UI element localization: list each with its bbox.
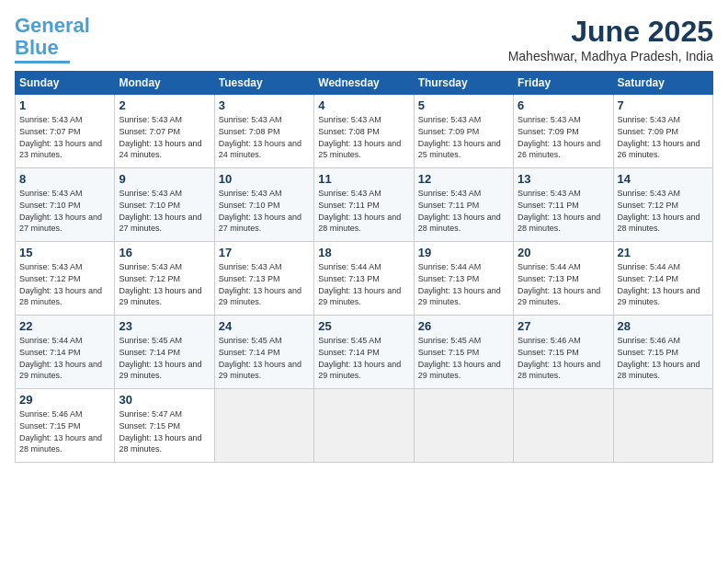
day-info: Sunrise: 5:47 AM Sunset: 7:15 PM Dayligh… bbox=[119, 409, 201, 454]
location-subtitle: Maheshwar, Madhya Pradesh, India bbox=[508, 49, 713, 63]
calendar-cell bbox=[613, 389, 712, 463]
header-thursday: Thursday bbox=[414, 72, 513, 95]
day-info: Sunrise: 5:43 AM Sunset: 7:11 PM Dayligh… bbox=[418, 189, 501, 233]
day-info: Sunrise: 5:46 AM Sunset: 7:15 PM Dayligh… bbox=[19, 409, 102, 454]
day-info: Sunrise: 5:44 AM Sunset: 7:13 PM Dayligh… bbox=[318, 262, 401, 306]
week-row-4: 22 Sunrise: 5:44 AM Sunset: 7:14 PM Dayl… bbox=[16, 316, 713, 389]
logo: General Blue bbox=[15, 15, 90, 63]
day-number: 28 bbox=[618, 319, 709, 333]
calendar-cell: 8 Sunrise: 5:43 AM Sunset: 7:10 PM Dayli… bbox=[16, 168, 115, 242]
calendar-cell: 28 Sunrise: 5:46 AM Sunset: 7:15 PM Dayl… bbox=[613, 316, 712, 389]
day-info: Sunrise: 5:43 AM Sunset: 7:08 PM Dayligh… bbox=[219, 115, 301, 159]
day-info: Sunrise: 5:45 AM Sunset: 7:15 PM Dayligh… bbox=[418, 336, 501, 380]
day-number: 27 bbox=[518, 319, 609, 333]
calendar-cell: 3 Sunrise: 5:43 AM Sunset: 7:08 PM Dayli… bbox=[214, 95, 313, 168]
day-number: 6 bbox=[518, 98, 609, 112]
day-number: 2 bbox=[119, 98, 210, 112]
day-info: Sunrise: 5:43 AM Sunset: 7:12 PM Dayligh… bbox=[19, 262, 102, 306]
day-number: 16 bbox=[119, 246, 210, 259]
day-number: 4 bbox=[318, 98, 409, 112]
calendar-cell bbox=[514, 389, 613, 463]
day-number: 23 bbox=[119, 319, 210, 333]
logo-underline bbox=[15, 61, 70, 63]
calendar-cell: 20 Sunrise: 5:44 AM Sunset: 7:13 PM Dayl… bbox=[514, 242, 613, 316]
calendar-cell: 26 Sunrise: 5:45 AM Sunset: 7:15 PM Dayl… bbox=[414, 316, 513, 389]
calendar-cell: 23 Sunrise: 5:45 AM Sunset: 7:14 PM Dayl… bbox=[115, 316, 214, 389]
calendar-cell: 29 Sunrise: 5:46 AM Sunset: 7:15 PM Dayl… bbox=[16, 389, 115, 463]
day-number: 13 bbox=[518, 172, 609, 186]
day-info: Sunrise: 5:43 AM Sunset: 7:11 PM Dayligh… bbox=[518, 189, 600, 233]
day-info: Sunrise: 5:43 AM Sunset: 7:12 PM Dayligh… bbox=[119, 262, 201, 306]
header-monday: Monday bbox=[115, 72, 214, 95]
calendar-cell: 4 Sunrise: 5:43 AM Sunset: 7:08 PM Dayli… bbox=[314, 95, 414, 168]
calendar-cell: 10 Sunrise: 5:43 AM Sunset: 7:10 PM Dayl… bbox=[214, 168, 313, 242]
day-number: 21 bbox=[618, 246, 709, 259]
calendar-cell bbox=[314, 389, 414, 463]
day-info: Sunrise: 5:43 AM Sunset: 7:11 PM Dayligh… bbox=[318, 189, 401, 233]
week-row-5: 29 Sunrise: 5:46 AM Sunset: 7:15 PM Dayl… bbox=[16, 389, 713, 463]
calendar-cell: 17 Sunrise: 5:43 AM Sunset: 7:13 PM Dayl… bbox=[214, 242, 313, 316]
calendar-cell: 14 Sunrise: 5:43 AM Sunset: 7:12 PM Dayl… bbox=[613, 168, 712, 242]
logo-general: General bbox=[15, 14, 90, 37]
day-number: 7 bbox=[618, 98, 709, 112]
day-number: 1 bbox=[19, 98, 110, 112]
day-number: 15 bbox=[19, 246, 110, 259]
calendar-cell: 9 Sunrise: 5:43 AM Sunset: 7:10 PM Dayli… bbox=[115, 168, 214, 242]
day-number: 9 bbox=[119, 172, 210, 186]
day-number: 10 bbox=[219, 172, 310, 186]
day-info: Sunrise: 5:43 AM Sunset: 7:12 PM Dayligh… bbox=[618, 189, 700, 233]
day-number: 12 bbox=[418, 172, 509, 186]
calendar-cell: 25 Sunrise: 5:45 AM Sunset: 7:14 PM Dayl… bbox=[314, 316, 414, 389]
day-info: Sunrise: 5:46 AM Sunset: 7:15 PM Dayligh… bbox=[518, 336, 600, 380]
day-number: 22 bbox=[19, 319, 110, 333]
calendar-cell: 21 Sunrise: 5:44 AM Sunset: 7:14 PM Dayl… bbox=[613, 242, 712, 316]
day-info: Sunrise: 5:44 AM Sunset: 7:13 PM Dayligh… bbox=[518, 262, 600, 306]
day-info: Sunrise: 5:43 AM Sunset: 7:09 PM Dayligh… bbox=[418, 115, 501, 159]
day-number: 8 bbox=[19, 172, 110, 186]
calendar-cell: 16 Sunrise: 5:43 AM Sunset: 7:12 PM Dayl… bbox=[115, 242, 214, 316]
calendar-cell: 12 Sunrise: 5:43 AM Sunset: 7:11 PM Dayl… bbox=[414, 168, 513, 242]
day-info: Sunrise: 5:45 AM Sunset: 7:14 PM Dayligh… bbox=[119, 336, 201, 380]
week-row-3: 15 Sunrise: 5:43 AM Sunset: 7:12 PM Dayl… bbox=[16, 242, 713, 316]
calendar-cell: 1 Sunrise: 5:43 AM Sunset: 7:07 PM Dayli… bbox=[16, 95, 115, 168]
calendar-table: SundayMondayTuesdayWednesdayThursdayFrid… bbox=[15, 71, 713, 463]
day-info: Sunrise: 5:45 AM Sunset: 7:14 PM Dayligh… bbox=[219, 336, 301, 380]
day-number: 26 bbox=[418, 319, 509, 333]
day-number: 3 bbox=[219, 98, 310, 112]
month-title: June 2025 bbox=[508, 15, 713, 49]
calendar-cell: 7 Sunrise: 5:43 AM Sunset: 7:09 PM Dayli… bbox=[613, 95, 712, 168]
header-tuesday: Tuesday bbox=[214, 72, 313, 95]
day-number: 18 bbox=[318, 246, 409, 259]
calendar-cell: 18 Sunrise: 5:44 AM Sunset: 7:13 PM Dayl… bbox=[314, 242, 414, 316]
header-friday: Friday bbox=[514, 72, 613, 95]
page-header: General Blue June 2025 Maheshwar, Madhya… bbox=[15, 15, 713, 63]
day-number: 25 bbox=[318, 319, 409, 333]
calendar-cell: 19 Sunrise: 5:44 AM Sunset: 7:13 PM Dayl… bbox=[414, 242, 513, 316]
day-number: 11 bbox=[318, 172, 409, 186]
day-number: 24 bbox=[219, 319, 310, 333]
calendar-cell: 2 Sunrise: 5:43 AM Sunset: 7:07 PM Dayli… bbox=[115, 95, 214, 168]
day-info: Sunrise: 5:43 AM Sunset: 7:10 PM Dayligh… bbox=[119, 189, 201, 233]
day-info: Sunrise: 5:43 AM Sunset: 7:10 PM Dayligh… bbox=[19, 189, 102, 233]
calendar-cell: 22 Sunrise: 5:44 AM Sunset: 7:14 PM Dayl… bbox=[16, 316, 115, 389]
day-number: 29 bbox=[19, 393, 110, 407]
calendar-header-row: SundayMondayTuesdayWednesdayThursdayFrid… bbox=[16, 72, 713, 95]
calendar-cell bbox=[214, 389, 313, 463]
week-row-2: 8 Sunrise: 5:43 AM Sunset: 7:10 PM Dayli… bbox=[16, 168, 713, 242]
calendar-cell: 30 Sunrise: 5:47 AM Sunset: 7:15 PM Dayl… bbox=[115, 389, 214, 463]
day-number: 14 bbox=[618, 172, 709, 186]
day-number: 20 bbox=[518, 246, 609, 259]
day-info: Sunrise: 5:43 AM Sunset: 7:09 PM Dayligh… bbox=[518, 115, 600, 159]
day-info: Sunrise: 5:44 AM Sunset: 7:14 PM Dayligh… bbox=[19, 336, 102, 380]
day-number: 17 bbox=[219, 246, 310, 259]
day-info: Sunrise: 5:44 AM Sunset: 7:14 PM Dayligh… bbox=[618, 262, 700, 306]
calendar-cell bbox=[414, 389, 513, 463]
day-info: Sunrise: 5:46 AM Sunset: 7:15 PM Dayligh… bbox=[618, 336, 700, 380]
day-info: Sunrise: 5:43 AM Sunset: 7:09 PM Dayligh… bbox=[618, 115, 700, 159]
title-section: June 2025 Maheshwar, Madhya Pradesh, Ind… bbox=[508, 15, 713, 63]
calendar-cell: 15 Sunrise: 5:43 AM Sunset: 7:12 PM Dayl… bbox=[16, 242, 115, 316]
calendar-cell: 5 Sunrise: 5:43 AM Sunset: 7:09 PM Dayli… bbox=[414, 95, 513, 168]
day-info: Sunrise: 5:43 AM Sunset: 7:07 PM Dayligh… bbox=[19, 115, 102, 159]
calendar-cell: 27 Sunrise: 5:46 AM Sunset: 7:15 PM Dayl… bbox=[514, 316, 613, 389]
calendar-cell: 13 Sunrise: 5:43 AM Sunset: 7:11 PM Dayl… bbox=[514, 168, 613, 242]
